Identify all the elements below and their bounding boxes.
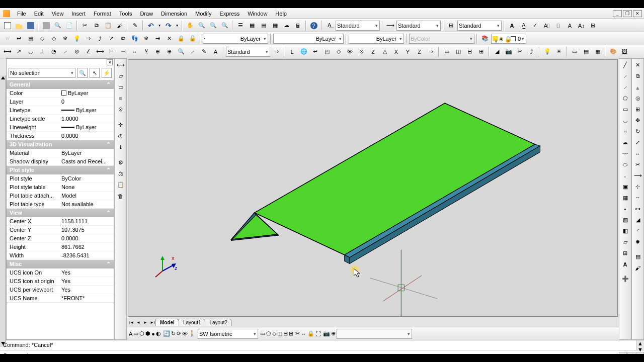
ucs-prev-button[interactable]: ↩ <box>310 46 320 57</box>
tab-first-button[interactable]: I◄ <box>128 319 135 326</box>
mtext-icon[interactable]: A <box>507 20 517 31</box>
offset-icon[interactable]: ◎ <box>632 93 643 104</box>
viewports-1-button[interactable]: ▭ <box>441 46 452 57</box>
rotate-icon[interactable]: ↻ <box>632 126 643 137</box>
layer-prev-button[interactable]: ↩ <box>14 33 24 44</box>
tab-model[interactable]: Model <box>155 319 179 326</box>
layer-name-combo[interactable]: 💡☀🔓 0 <box>491 34 526 44</box>
dim-diameter-button[interactable]: ⊘ <box>71 46 82 57</box>
toolpalettes-button[interactable]: ▤ <box>258 20 269 31</box>
layer-unlock-button[interactable]: 🔓 <box>187 33 198 44</box>
dimstyle-icon[interactable]: ⟿ <box>385 20 395 31</box>
markup-button[interactable]: ☁ <box>281 20 292 31</box>
selection-combo[interactable]: No selection <box>9 68 75 78</box>
menu-edit[interactable]: Edit <box>30 9 48 18</box>
dim-style-manager-button[interactable]: ⇒ <box>271 46 282 57</box>
menu-window[interactable]: Window <box>244 9 271 18</box>
minimize-button[interactable]: _ <box>613 10 622 17</box>
addselected-icon[interactable]: ➕ <box>620 274 630 284</box>
dimstyle-combo[interactable]: Standard <box>396 21 441 31</box>
menu-modify[interactable]: Modify <box>191 9 215 18</box>
vp-3-button[interactable]: ⊟ <box>283 330 288 337</box>
update-field-icon[interactable]: A <box>565 20 575 31</box>
undo-button[interactable]: ↶ <box>145 20 156 31</box>
palette-close-button[interactable]: ✕ <box>107 59 113 65</box>
materials-button[interactable]: 🎨 <box>608 46 618 57</box>
liveSection-button[interactable]: ✂ <box>515 46 525 57</box>
circle-icon[interactable]: ○ <box>620 126 630 137</box>
redo-button[interactable]: ↷ <box>163 20 174 31</box>
purge-icon[interactable]: 🗑 <box>115 191 126 201</box>
zoom-realtime-button[interactable]: 🔍 <box>196 20 207 31</box>
match-prop-button[interactable]: 🖌 <box>114 20 125 31</box>
layer-states-button[interactable]: ▤ <box>25 33 36 44</box>
menu-tools[interactable]: Tools <box>115 9 136 18</box>
tablestyle-combo[interactable]: Standard <box>457 21 502 31</box>
quickcalc-button[interactable]: 🖩 <box>293 20 303 31</box>
erase-icon[interactable]: ✕ <box>632 60 643 70</box>
tolerance-button[interactable]: ⊕ <box>152 46 163 57</box>
textstyle-combo[interactable]: Standard <box>336 21 380 31</box>
menu-format[interactable]: Format <box>90 9 115 18</box>
region-draw-icon[interactable]: ▱ <box>620 237 630 247</box>
lineweight-combo[interactable]: ByLayer <box>349 34 404 44</box>
motion-path-button[interactable]: ⊕ <box>331 330 336 337</box>
insert-block-icon[interactable]: ▣ <box>620 182 630 192</box>
render-button[interactable]: 🖼 <box>619 46 630 57</box>
ucs-face-button[interactable]: ◰ <box>321 46 332 57</box>
draworder-icon[interactable]: ▤ <box>632 251 643 262</box>
color-combo[interactable]: ByLayer <box>203 34 268 44</box>
dim-break-button[interactable]: ⊻ <box>141 46 151 57</box>
zoom-window-button[interactable]: 🔍 <box>208 20 218 31</box>
vp-lock-button[interactable]: 🔒 <box>307 330 314 337</box>
section-general[interactable]: General⌃ <box>7 80 114 89</box>
orbit-button[interactable]: 🔄 <box>163 330 170 337</box>
layer-change-button[interactable]: ↗ <box>106 33 117 44</box>
help-button[interactable]: ? <box>308 20 319 31</box>
tab-prev-button[interactable]: ◄ <box>135 319 142 326</box>
publish-button[interactable]: 📄 <box>64 20 74 31</box>
undo-drop-button[interactable]: ▾ <box>157 20 162 31</box>
dim-jogged-button[interactable]: ⟋ <box>60 46 70 57</box>
dim-inspect-button[interactable]: 🔍 <box>176 46 186 57</box>
cont-orbit-button[interactable]: ⟳ <box>177 330 181 337</box>
rectangle-icon[interactable]: ▭ <box>620 104 630 115</box>
section-misc[interactable]: Misc⌃ <box>7 260 114 268</box>
layer-iso-button[interactable]: ◇ <box>37 33 47 44</box>
paint-icon[interactable]: 🖌 <box>632 262 643 273</box>
vs-3dwire-button[interactable]: ⬡ <box>139 330 144 337</box>
id-icon[interactable]: ⊙ <box>115 104 126 115</box>
scale-combo[interactable] <box>337 329 412 339</box>
area-icon[interactable]: ▱ <box>115 71 126 81</box>
explode-icon[interactable]: ✸ <box>632 237 643 247</box>
vp-4-button[interactable]: ⊞ <box>289 330 293 337</box>
close-button[interactable]: ✕ <box>633 10 642 17</box>
cmdhist-scroll[interactable]: ▲▼ <box>636 340 644 350</box>
dim-edit-button[interactable]: ✎ <box>199 46 209 57</box>
section-plot[interactable]: Plot style⌃ <box>7 166 114 174</box>
layer-uniso-button[interactable]: ◇ <box>48 33 59 44</box>
paste-button[interactable]: 📋 <box>103 20 113 31</box>
array-icon[interactable]: ⊞ <box>632 104 643 115</box>
model-viewport[interactable]: x z <box>128 59 618 317</box>
tab-last-button[interactable]: ►I <box>149 319 156 326</box>
viewports-2-button[interactable]: ◫ <box>453 46 463 57</box>
ucs-view-button[interactable]: 👁 <box>345 46 355 57</box>
text-icon[interactable]: A̲ <box>518 20 529 31</box>
layer-manager-button[interactable]: ≡ <box>2 33 13 44</box>
textstyle-icon[interactable]: A͟ <box>324 20 335 31</box>
scale-text-icon[interactable]: A↕ <box>576 20 587 31</box>
vs-conceptual-button[interactable]: ◐ <box>156 330 161 337</box>
section-jog-button[interactable]: ⤴ <box>526 46 537 57</box>
justify-icon[interactable]: ⊞ <box>588 20 598 31</box>
move-icon[interactable]: ✥ <box>632 115 643 126</box>
viewports-4-button[interactable]: ⊞ <box>476 46 487 57</box>
dim-arc-button[interactable]: ◡ <box>25 46 36 57</box>
dim-tedit-button[interactable]: A <box>210 46 221 57</box>
flatshot-button[interactable]: 📷 <box>503 46 514 57</box>
viewports-3-button[interactable]: ⊟ <box>464 46 475 57</box>
layer-copy-button[interactable]: ⧉ <box>118 33 128 44</box>
ucs-y-button[interactable]: Y <box>403 46 413 57</box>
tab-layout1[interactable]: Layout1 <box>179 319 206 326</box>
extend-icon[interactable]: ⟶ <box>632 170 643 181</box>
